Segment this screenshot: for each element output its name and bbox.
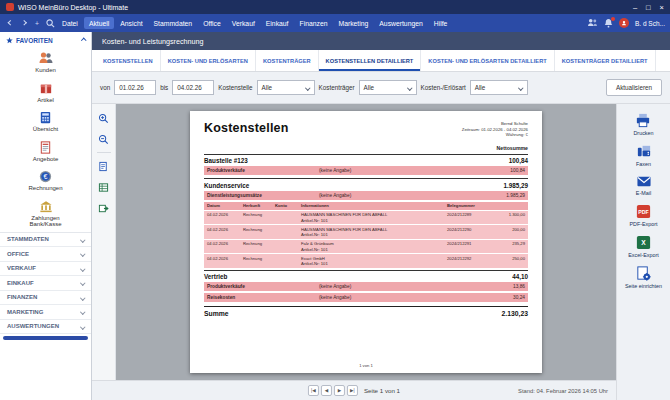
first-page-button[interactable]: |◀ bbox=[308, 385, 319, 396]
subrow-name: Produktverkäufe bbox=[207, 168, 319, 173]
cell-info: Falz & GrünbaumArtikel-Nr: 101 bbox=[301, 241, 447, 251]
statusbar: |◀ ◀ ▶ ▶| Seite 1 von 1 Stand: 04. Febru… bbox=[92, 380, 616, 400]
pager: |◀ ◀ ▶ ▶| Seite 1 von 1 bbox=[308, 385, 400, 396]
summe-row: Summe 2.130,23 bbox=[204, 306, 528, 320]
favorites-header[interactable]: FAVORITEN bbox=[0, 32, 91, 47]
kostenart-label: Kosten-/Erlösart bbox=[421, 84, 466, 91]
back-icon[interactable] bbox=[5, 17, 17, 29]
users-icon[interactable] bbox=[587, 18, 598, 28]
report-page: Kostenstellen Bernd Schulte Zeitraum: 01… bbox=[190, 111, 542, 373]
kostentraeger-value: Alle bbox=[364, 84, 375, 91]
action-sidebar: Drucken Faxen E-Mail PDF PDF-Export bbox=[616, 104, 670, 400]
seite-einrichten-button[interactable]: Seite einrichten bbox=[625, 265, 662, 289]
email-button[interactable]: E-Mail bbox=[635, 174, 653, 196]
tab-kostenstellen-detailliert[interactable]: KOSTENSTELLEN DETAILLIERT bbox=[319, 50, 422, 71]
tab-kosten-erloesarten[interactable]: KOSTEN- UND ERLÖSARTEN bbox=[161, 50, 256, 71]
cell-beleg: 2024/212291 bbox=[447, 241, 491, 246]
sidebar-section-office[interactable]: OFFICE bbox=[0, 247, 91, 262]
sidebar-item-label: Übersicht bbox=[33, 126, 58, 133]
tab-kostenstellen[interactable]: KOSTENSTELLEN bbox=[96, 50, 161, 71]
drucken-button[interactable]: Drucken bbox=[633, 112, 653, 136]
kostenstelle-label: Kostenstelle bbox=[218, 84, 252, 91]
faxen-button[interactable]: Faxen bbox=[635, 143, 653, 167]
subrow-note: (keine Angabe) bbox=[319, 284, 465, 289]
menu-hilfe[interactable]: Hilfe bbox=[429, 17, 453, 29]
notifications-bell-icon[interactable] bbox=[604, 18, 613, 29]
new-plus-icon[interactable]: + bbox=[31, 17, 43, 29]
menu-ansicht[interactable]: Ansicht bbox=[115, 17, 147, 29]
action-label: PDF-Export bbox=[629, 221, 657, 227]
menu-datei[interactable]: Datei bbox=[57, 17, 83, 29]
sidebar-section-stammdaten[interactable]: STAMMDATEN bbox=[0, 233, 91, 248]
col-konto: Konto bbox=[275, 203, 301, 208]
sidebar-item-kunden[interactable]: Kunden bbox=[0, 47, 91, 78]
zoom-out-icon[interactable] bbox=[96, 131, 112, 147]
chevron-down-icon bbox=[80, 237, 85, 242]
next-page-button[interactable]: ▶ bbox=[334, 385, 345, 396]
tab-kostentraeger[interactable]: KOSTENTRÄGER bbox=[256, 50, 319, 71]
user-avatar[interactable] bbox=[619, 18, 629, 28]
sidebar-section-finanzen[interactable]: FINANZEN bbox=[0, 291, 91, 306]
filterbar: von 01.02.26 bis 04.02.26 Kostenstelle A… bbox=[92, 72, 670, 104]
menu-marketing[interactable]: Marketing bbox=[333, 17, 373, 29]
sidebar-item-rechnungen[interactable]: € Rechnungen bbox=[0, 166, 91, 196]
sidebar-section-verkauf[interactable]: VERKAUF bbox=[0, 262, 91, 277]
menu-aktuell[interactable]: Aktuell bbox=[84, 17, 114, 29]
prev-page-button[interactable]: ◀ bbox=[321, 385, 332, 396]
sidebar: FAVORITEN Kunden Artikel Übersicht Angeb… bbox=[0, 32, 92, 400]
chevron-down-icon bbox=[305, 85, 310, 90]
edit-document-icon[interactable] bbox=[96, 158, 112, 174]
search-icon[interactable] bbox=[44, 17, 56, 29]
star-icon bbox=[6, 37, 13, 44]
cell-info: HAUSMANN MASCHINEN FÜR DEN ABFALLArtikel… bbox=[301, 212, 447, 222]
minimize-button[interactable]: – bbox=[633, 3, 637, 12]
sidebar-item-zahlungen[interactable]: Zahlungen Bank/Kasse bbox=[0, 196, 91, 232]
section-label: EINKAUF bbox=[7, 280, 34, 286]
notification-badge bbox=[611, 17, 615, 21]
excel-export-button[interactable]: X Excel-Export bbox=[628, 234, 659, 258]
report-preview-area[interactable]: Kostenstellen Bernd Schulte Zeitraum: 01… bbox=[116, 104, 616, 380]
menu-auswertungen[interactable]: Auswertungen bbox=[374, 17, 427, 29]
aktualisieren-button[interactable]: Aktualisieren bbox=[606, 79, 662, 96]
menu-finanzen[interactable]: Finanzen bbox=[295, 17, 333, 29]
kostenart-select[interactable]: Alle bbox=[470, 80, 528, 95]
window-title: WISO MeinBüro Desktop - Ultimate bbox=[18, 4, 128, 11]
user-name[interactable]: B. d Sch... bbox=[635, 20, 665, 27]
sidebar-item-label: Rechnungen bbox=[28, 185, 62, 192]
last-page-button[interactable]: ▶| bbox=[347, 385, 358, 396]
tab-kostentraeger-detailliert[interactable]: KOSTENTRÄGER DETAILLIERT bbox=[555, 50, 656, 71]
sidebar-section-marketing[interactable]: MARKETING bbox=[0, 305, 91, 320]
sidebar-item-artikel[interactable]: Artikel bbox=[0, 78, 91, 108]
export-arrow-icon[interactable] bbox=[96, 200, 112, 216]
menu-stammdaten[interactable]: Stammdaten bbox=[149, 17, 198, 29]
kostentraeger-label: Kostenträger bbox=[319, 84, 355, 91]
maximize-button[interactable]: □ bbox=[646, 3, 651, 12]
cell-value: 235,29 bbox=[491, 241, 525, 246]
col-informationen: Informationen bbox=[301, 203, 447, 208]
subrow-name: Produktverkäufe bbox=[207, 284, 319, 289]
sidebar-section-auswertungen[interactable]: AUSWERTUNGEN bbox=[0, 320, 91, 335]
sidebar-item-uebersicht[interactable]: Übersicht bbox=[0, 107, 91, 137]
preview-toolbar bbox=[92, 104, 116, 380]
kostenstelle-select[interactable]: Alle bbox=[257, 80, 315, 95]
zoom-in-icon[interactable] bbox=[96, 110, 112, 126]
bis-date-input[interactable]: 04.02.26 bbox=[172, 80, 214, 95]
excel-sheet-icon[interactable] bbox=[96, 179, 112, 195]
chevron-down-icon bbox=[519, 85, 524, 90]
close-button[interactable]: × bbox=[660, 3, 664, 12]
section-name: Kundenservice bbox=[204, 182, 249, 189]
menu-einkauf[interactable]: Einkauf bbox=[261, 17, 294, 29]
von-label: von bbox=[100, 84, 110, 91]
menu-office[interactable]: Office bbox=[198, 17, 226, 29]
pdf-export-button[interactable]: PDF PDF-Export bbox=[629, 203, 657, 227]
chevron-down-icon bbox=[80, 295, 85, 300]
cell-value: 250,00 bbox=[491, 256, 525, 261]
sidebar-item-angebote[interactable]: Angebote bbox=[0, 137, 91, 167]
col-herkunft: Herkunft bbox=[243, 203, 275, 208]
kostentraeger-select[interactable]: Alle bbox=[359, 80, 417, 95]
tab-kosten-erloesarten-detailliert[interactable]: KOSTEN- UND ERLÖSARTEN DETAILLIERT bbox=[421, 50, 554, 71]
von-date-input[interactable]: 01.02.26 bbox=[114, 80, 156, 95]
forward-icon[interactable] bbox=[18, 17, 30, 29]
menu-verkauf[interactable]: Verkauf bbox=[227, 17, 260, 29]
sidebar-section-einkauf[interactable]: EINKAUF bbox=[0, 276, 91, 291]
